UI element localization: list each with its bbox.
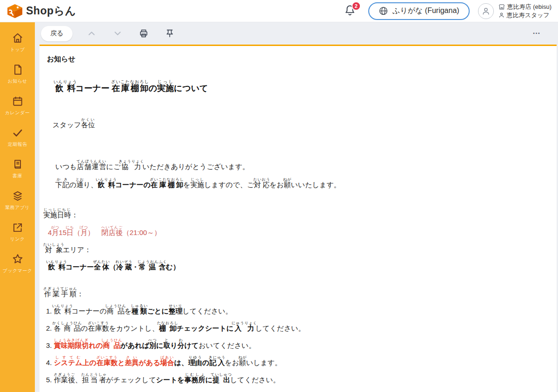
back-button[interactable]: 戻る <box>41 26 73 41</box>
printer-icon <box>139 28 149 39</box>
procedure-label: 作業手順さぎょうてじゅん： <box>40 285 557 302</box>
layers-icon <box>12 190 24 202</box>
home-icon <box>12 32 24 44</box>
target-area-value: 飲料いんりょうコーナー全体ぜんたい（冷蔵れいぞう・常温含じょうおんふくむ） <box>40 258 557 275</box>
user-name: 恵比寿スタッフ <box>507 11 550 20</box>
furigana-button-label: ふりがな (Furigana) <box>392 6 459 16</box>
logo-text: Shopらん <box>26 4 76 18</box>
chevron-down-icon <box>113 28 123 39</box>
sidebar: トップ お知らせ カレンダー 定期報告 書庫 <box>0 22 35 392</box>
sidebar-item-label: リンク <box>10 236 25 242</box>
sidebar-item-calendar[interactable]: カレンダー <box>0 90 35 122</box>
calendar-icon <box>12 95 24 107</box>
user-icon <box>498 12 505 18</box>
header-actions: 2 ふりがな (Furigana) 恵比寿店 <box>342 2 551 20</box>
furigana-toggle-button[interactable]: ふりがな (Furigana) <box>368 2 470 20</box>
prev-item-button[interactable] <box>85 26 99 40</box>
avatar[interactable] <box>478 3 494 19</box>
sidebar-item-label: お知らせ <box>7 78 27 85</box>
account-info[interactable]: 恵比寿店 (ebisu) 恵比寿スタッフ <box>498 3 551 20</box>
sidebar-item-label: 業務アプリ <box>5 204 30 211</box>
star-icon <box>12 253 24 265</box>
logo[interactable]: Shopらん <box>7 4 76 19</box>
announcement-panel: お知らせ 飲料いんりょうコーナー 在庫棚卸ざいこたなおろしの実施じっしについて … <box>40 45 557 392</box>
page-title: お知らせ <box>47 54 557 64</box>
sidebar-item-news[interactable]: お知らせ <box>0 59 35 90</box>
sidebar-item-archive[interactable]: 書庫 <box>0 153 35 185</box>
procedure-step: 4. システムしすてむ上の在庫数ざいこすうと差異さいがある場合ばあいは、理由りゆ… <box>40 354 557 371</box>
sidebar-item-label: トップ <box>10 46 25 53</box>
next-item-button[interactable] <box>111 26 125 40</box>
store-name: 恵比寿店 (ebisu) <box>507 3 551 11</box>
sidebar-item-reports[interactable]: 定期報告 <box>0 122 35 153</box>
datetime-label: 実施日時じっしにちじ： <box>40 206 557 223</box>
sidebar-item-label: 定期報告 <box>8 141 27 148</box>
sidebar-item-label: カレンダー <box>5 110 30 116</box>
greeting-to-line: スタッフ各位かくい <box>40 116 557 133</box>
person-icon <box>481 7 491 16</box>
procedure-step: 5. 作業後さぎょうご、担当者たんとうしゃがチェックしてシートを事務所じむしょに… <box>40 371 557 388</box>
store-row: 恵比寿店 (ebisu) <box>498 3 551 11</box>
notifications-button[interactable]: 2 <box>342 2 358 20</box>
notification-badge: 2 <box>352 1 361 11</box>
toolbar: 戻る … <box>35 22 558 45</box>
body-paragraph-1: いつも店舗運営てんぽうんえいにご協力きょうりょくいただきありがとうございます。 <box>40 158 557 175</box>
main-area: 戻る … お知らせ 飲料 <box>35 22 558 392</box>
external-link-icon <box>12 222 24 234</box>
sidebar-item-apps[interactable]: 業務アプリ <box>0 185 35 216</box>
sidebar-item-label: 書庫 <box>13 173 22 179</box>
print-button[interactable] <box>137 26 151 40</box>
procedure-step: 3. 賞味期限切しょうみきげんぎれの商品しょうひんがあれば別べつに取とり分わけて… <box>40 337 557 354</box>
check-icon <box>12 127 24 139</box>
sidebar-item-label: ブックマーク <box>2 268 32 274</box>
document-icon <box>12 64 24 76</box>
globe-icon <box>379 6 388 16</box>
sidebar-item-top[interactable]: トップ <box>0 27 35 59</box>
user-row: 恵比寿スタッフ <box>498 11 551 20</box>
body-paragraph-2: 下記かきの通とおり、飲料いんりょうコーナーの在庫棚卸ざいこたなおろしを実施じっし… <box>40 176 557 193</box>
store-icon <box>498 4 505 10</box>
book-icon <box>12 158 24 170</box>
pin-button[interactable] <box>163 26 177 40</box>
pin-icon <box>165 28 175 39</box>
sidebar-item-links[interactable]: リンク <box>0 216 35 248</box>
procedure-step: 2. 各商品かくしょうひんの在庫数ざいこすうをカウントし、棚卸たなおろしチェック… <box>40 320 557 337</box>
target-area-label: 対象たいしょうエリア： <box>40 241 557 258</box>
procedure-step: 1. 飲料いんりょうコーナーの商品しょうひんを種類しゅるいごとに整理せいりしてく… <box>40 302 557 320</box>
sidebar-item-bookmarks[interactable]: ブックマーク <box>0 248 35 280</box>
more-options-button[interactable]: … <box>532 27 541 36</box>
chevron-up-icon <box>86 28 97 39</box>
top-header: Shopらん 2 ふりがな (Furigana) <box>0 0 558 22</box>
shopran-logo-icon <box>7 4 23 19</box>
datetime-value: 4月がつ15日にち（月げつ） 閉店後へいてんご（21:00～） <box>40 224 557 241</box>
announcement-title: 飲料いんりょうコーナー 在庫棚卸ざいこたなおろしの実施じっしについて <box>40 79 557 98</box>
